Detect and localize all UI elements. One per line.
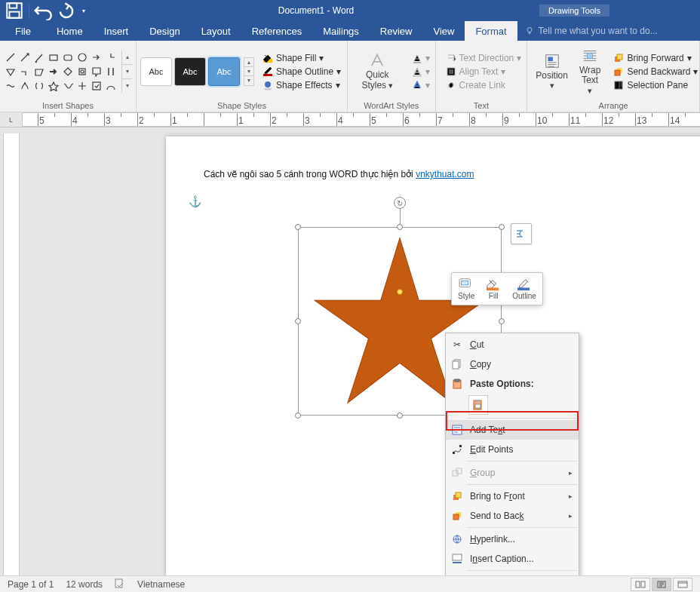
document-page[interactable]: Cách vẽ ngôi sao 5 cánh trong WORD thực … (166, 136, 700, 575)
qat-customize[interactable]: ▾ (79, 1, 88, 20)
layout-options-button[interactable] (511, 223, 532, 244)
shape-outline-menu[interactable]: Shape Outline ▾ (261, 66, 342, 78)
tab-format[interactable]: Format (465, 21, 517, 41)
paste-picture-button[interactable] (468, 395, 488, 415)
ctx-insert-caption[interactable]: Insert Caption... (446, 549, 579, 569)
resize-handle-e[interactable] (499, 318, 505, 324)
lightbulb-icon (525, 26, 534, 35)
resize-handle-nw[interactable] (295, 224, 301, 230)
status-page[interactable]: Page 1 of 1 (8, 579, 54, 590)
mini-toolbar: Style Fill Outline (451, 272, 543, 305)
mini-fill-button[interactable]: Fill (482, 276, 505, 302)
tab-view[interactable]: View (422, 21, 465, 41)
group-text: Text Direction ▾ Align Text ▾ Create Lin… (436, 41, 528, 112)
tab-design[interactable]: Design (139, 21, 190, 41)
ctx-group: Group▸ (446, 463, 579, 483)
group-arrange: Position▾ Wrap Text ▾ Bring Forward ▾ Se… (527, 41, 700, 112)
status-proofing-icon[interactable] (115, 578, 125, 590)
edit-points-icon (450, 443, 464, 456)
resize-handle-s[interactable] (397, 413, 403, 419)
resize-handle-sw[interactable] (295, 413, 301, 419)
svg-rect-5 (64, 55, 72, 60)
svg-point-8 (81, 70, 84, 73)
quick-access-toolbar: ▾ (0, 1, 93, 20)
hyperlink-icon (450, 532, 464, 546)
svg-rect-15 (413, 75, 421, 77)
adjust-handle[interactable] (397, 289, 403, 295)
canvas-scroll[interactable]: Cách vẽ ngôi sao 5 cánh trong WORD thực … (23, 127, 700, 575)
send-backward-menu[interactable]: Send Backward ▾ (612, 66, 699, 78)
svg-rect-26 (462, 281, 468, 285)
status-bar: Page 1 of 1 12 words Vietnamese (0, 575, 700, 592)
svg-rect-38 (459, 445, 462, 447)
shape-style-2[interactable]: Abc (174, 57, 206, 86)
wordart-a-icon (369, 52, 385, 69)
resize-handle-w[interactable] (295, 318, 301, 324)
mini-style-button[interactable]: Style (455, 276, 477, 302)
shape-style-1[interactable]: Abc (140, 57, 172, 86)
svg-rect-34 (475, 400, 480, 402)
copy-icon (450, 357, 464, 371)
send-back-icon (450, 509, 464, 523)
shapes-gallery-more[interactable]: ▴▾▾ (121, 51, 132, 93)
tell-me-input[interactable]: Tell me what you want to do... (517, 21, 665, 41)
svg-rect-28 (517, 288, 530, 291)
tab-layout[interactable]: Layout (191, 21, 241, 41)
view-print-layout[interactable] (652, 578, 671, 591)
tab-review[interactable]: Review (370, 21, 423, 41)
tab-home[interactable]: Home (46, 21, 94, 41)
view-web-layout[interactable] (673, 578, 692, 591)
bucket-icon (485, 278, 502, 291)
ctx-copy[interactable]: Copy (446, 354, 579, 374)
align-text-icon (446, 66, 456, 77)
shape-fill-menu[interactable]: Shape Fill ▾ (261, 52, 342, 64)
status-words[interactable]: 12 words (66, 579, 103, 590)
tab-file[interactable]: File (0, 21, 46, 41)
context-menu: ✂Cut Copy Paste Options: Add Text Edit P… (445, 333, 579, 575)
clipboard-icon (450, 377, 464, 391)
shape-effects-menu[interactable]: Shape Effects ▾ (261, 79, 342, 91)
vertical-ruler[interactable] (3, 133, 20, 575)
wrap-text-icon (582, 48, 598, 64)
ctx-hyperlink[interactable]: Hyperlink... (446, 529, 579, 549)
shape-style-3[interactable]: Abc (208, 57, 240, 86)
redo-button[interactable] (57, 1, 76, 20)
svg-rect-49 (636, 581, 640, 587)
tab-insert[interactable]: Insert (94, 21, 140, 41)
ctx-bring-front[interactable]: Bring to Front▸ (446, 486, 579, 506)
document-text[interactable]: Cách vẽ ngôi sao 5 cánh trong WORD thực … (204, 167, 671, 180)
svg-rect-44 (453, 514, 459, 520)
shape-styles-more[interactable]: ▴▾▾ (244, 57, 254, 86)
group-icon (450, 466, 464, 480)
ruler-corner[interactable]: L (0, 112, 23, 127)
doc-link[interactable]: vnkythuat.com (416, 169, 474, 179)
bring-forward-menu[interactable]: Bring Forward ▾ (612, 52, 699, 64)
mini-outline-button[interactable]: Outline (509, 276, 539, 302)
svg-point-3 (527, 28, 532, 32)
undo-button[interactable] (34, 1, 54, 20)
text-outline-icon (412, 66, 422, 77)
resize-handle-ne[interactable] (499, 224, 505, 230)
rotate-handle[interactable]: ↻ (394, 197, 406, 209)
anchor-icon: ⚓ (189, 195, 201, 207)
save-button[interactable] (5, 1, 24, 20)
tab-mailings[interactable]: Mailings (312, 21, 370, 41)
wordart-effects: ▾ (410, 79, 431, 91)
horizontal-ruler[interactable]: 543211234567891011121314 (23, 112, 700, 127)
svg-rect-27 (487, 288, 499, 291)
selection-pane-button[interactable]: Selection Pane (612, 79, 699, 91)
ctx-add-text[interactable]: Add Text (446, 420, 579, 440)
shapes-gallery[interactable] (4, 51, 118, 93)
ribbon: ▴▾▾ Insert Shapes Abc Abc Abc ▴▾▾ Shape … (0, 41, 700, 112)
position-button[interactable]: Position▾ (531, 45, 573, 98)
position-icon (544, 53, 560, 69)
ctx-cut[interactable]: ✂Cut (446, 335, 579, 354)
status-language[interactable]: Vietnamese (137, 579, 185, 590)
svg-rect-52 (678, 581, 687, 587)
view-read-mode[interactable] (631, 578, 650, 591)
resize-handle-n[interactable] (397, 224, 403, 230)
ctx-send-back[interactable]: Send to Back▸ (446, 506, 579, 526)
ctx-edit-points[interactable]: Edit Points (446, 440, 579, 459)
wrap-text-button[interactable]: Wrap Text ▾ (575, 45, 605, 98)
tab-references[interactable]: References (241, 21, 312, 41)
